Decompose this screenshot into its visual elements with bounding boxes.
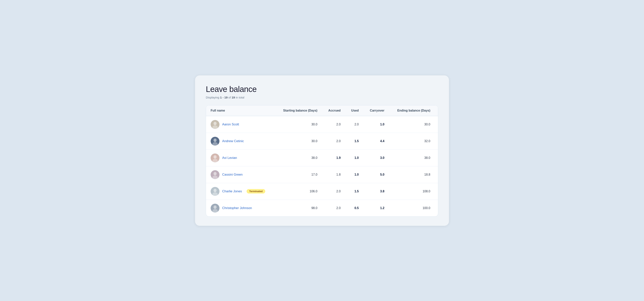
cell-accrued-andrew-cetinic: 2.0 <box>322 133 345 150</box>
cell-carryover-christopher-johnson: 1.2 <box>363 200 389 216</box>
avatar-avi-levian <box>211 154 220 162</box>
cell-starting-aaron-scott: 30.0 <box>275 116 322 133</box>
cell-carryover-charlie-jones: 3.8 <box>363 183 389 200</box>
svg-point-1 <box>214 122 216 125</box>
cell-used-andrew-cetinic: 1.5 <box>345 133 363 150</box>
cell-name-christopher-johnson: Christopher Johnson <box>206 200 275 216</box>
table-header-row: Full name Starting balance (Days) Accrue… <box>206 106 438 116</box>
col-header-starting: Starting balance (Days) <box>275 106 322 116</box>
page-title: Leave balance <box>206 85 438 94</box>
cell-used-avi-levian: 1.0 <box>345 150 363 166</box>
cell-carryover-avi-levian: 3.0 <box>363 150 389 166</box>
employee-name-cassini-green[interactable]: Cassini Green <box>222 173 242 176</box>
table-row: Andrew Cetinic30.02.01.54.432.0 <box>206 133 438 150</box>
cell-used-christopher-johnson: 0.5 <box>345 200 363 216</box>
cell-starting-andrew-cetinic: 30.0 <box>275 133 322 150</box>
table-row: Avi Levian38.01.91.03.038.0 <box>206 150 438 166</box>
table-row: Christopher Johnson98.02.00.51.2100.0 <box>206 200 438 216</box>
cell-used-cassini-green: 1.0 <box>345 166 363 183</box>
cell-accrued-cassini-green: 1.8 <box>322 166 345 183</box>
col-header-accrued: Accrued <box>322 106 345 116</box>
cell-accrued-christopher-johnson: 2.0 <box>322 200 345 216</box>
cell-name-charlie-jones: Charlie JonesTerminated <box>206 183 275 200</box>
cell-carryover-cassini-green: 5.0 <box>363 166 389 183</box>
leave-balance-card: Leave balance Displaying 1 - 19 of 19 in… <box>195 76 449 226</box>
cell-used-aaron-scott: 2.0 <box>345 116 363 133</box>
employee-name-aaron-scott[interactable]: Aaron Scott <box>222 122 239 126</box>
svg-point-10 <box>214 172 216 176</box>
employee-name-avi-levian[interactable]: Avi Levian <box>222 156 237 160</box>
cell-accrued-charlie-jones: 2.0 <box>322 183 345 200</box>
svg-point-16 <box>214 206 216 209</box>
avatar-cassini-green <box>211 170 220 179</box>
cell-ending-aaron-scott: 30.0 <box>389 116 438 133</box>
table-row: Cassini Green17.01.81.05.018.8 <box>206 166 438 183</box>
cell-ending-charlie-jones: 108.0 <box>389 183 438 200</box>
cell-name-avi-levian: Avi Levian <box>206 150 275 166</box>
cell-ending-christopher-johnson: 100.0 <box>389 200 438 216</box>
col-header-name: Full name <box>206 106 275 116</box>
avatar-charlie-jones <box>211 187 220 196</box>
employee-name-andrew-cetinic[interactable]: Andrew Cetinic <box>222 139 244 143</box>
cell-name-andrew-cetinic: Andrew Cetinic <box>206 133 275 150</box>
table-row: Charlie JonesTerminated106.02.01.53.8108… <box>206 183 438 200</box>
col-header-ending: Ending balance (Days) <box>389 106 438 116</box>
col-header-carryover: Carryover <box>363 106 389 116</box>
cell-accrued-aaron-scott: 2.0 <box>322 116 345 133</box>
cell-used-charlie-jones: 1.5 <box>345 183 363 200</box>
table-row: Aaron Scott30.02.02.01.030.0 <box>206 116 438 133</box>
avatar-andrew-cetinic <box>211 137 220 146</box>
avatar-aaron-scott <box>211 120 220 129</box>
cell-starting-charlie-jones: 106.0 <box>275 183 322 200</box>
cell-name-aaron-scott: Aaron Scott <box>206 116 275 133</box>
svg-point-13 <box>214 189 216 192</box>
col-header-used: Used <box>345 106 363 116</box>
svg-point-4 <box>214 138 216 142</box>
cell-accrued-avi-levian: 1.9 <box>322 150 345 166</box>
svg-point-7 <box>214 155 216 159</box>
cell-carryover-andrew-cetinic: 4.4 <box>363 133 389 150</box>
cell-starting-avi-levian: 38.0 <box>275 150 322 166</box>
leave-balance-table: Full name Starting balance (Days) Accrue… <box>206 105 438 216</box>
subtitle: Displaying 1 - 19 of 19 in total <box>206 96 438 99</box>
cell-name-cassini-green: Cassini Green <box>206 166 275 183</box>
cell-ending-avi-levian: 38.0 <box>389 150 438 166</box>
terminated-badge-charlie-jones: Terminated <box>246 189 266 194</box>
cell-starting-cassini-green: 17.0 <box>275 166 322 183</box>
cell-ending-cassini-green: 18.8 <box>389 166 438 183</box>
employee-name-christopher-johnson[interactable]: Christopher Johnson <box>222 206 252 210</box>
employee-name-charlie-jones[interactable]: Charlie Jones <box>222 190 242 193</box>
cell-starting-christopher-johnson: 98.0 <box>275 200 322 216</box>
cell-carryover-aaron-scott: 1.0 <box>363 116 389 133</box>
avatar-christopher-johnson <box>211 204 220 212</box>
cell-ending-andrew-cetinic: 32.0 <box>389 133 438 150</box>
